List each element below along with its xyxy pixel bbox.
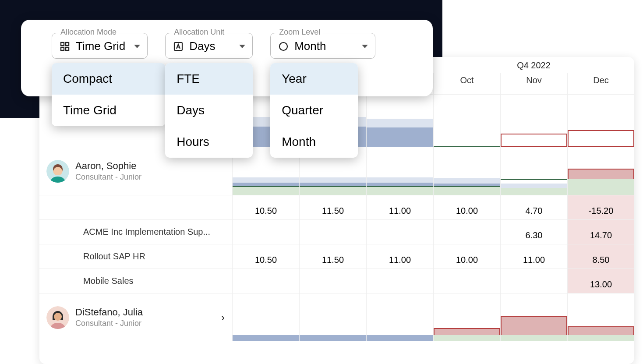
chevron-down-icon (362, 45, 368, 48)
select-value: Month (294, 39, 326, 53)
person-name: Aaron, Sophie (75, 160, 141, 172)
task-cell: 11.00 (501, 255, 567, 265)
month-col: Dec (567, 73, 634, 94)
svg-rect-5 (61, 47, 64, 50)
summary-cell: 11.50 (300, 206, 366, 216)
avatar (46, 160, 69, 183)
chevron-down-icon (239, 45, 245, 48)
summary-cell: 4.70 (501, 206, 567, 216)
svg-point-8 (279, 42, 287, 50)
task-cell: 13.00 (568, 279, 634, 290)
task-label: ACME Inc Implementation Sup... (46, 227, 210, 237)
allocation-mode-select[interactable]: Allocation Mode Time Grid Compact Time G… (52, 33, 148, 59)
dropdown-item[interactable]: Quarter (270, 95, 358, 126)
svg-rect-6 (66, 47, 69, 50)
select-legend: Zoom Level (276, 28, 323, 37)
grid-icon (58, 40, 71, 53)
summary-cell: 10.50 (233, 206, 299, 216)
dropdown-item[interactable]: Compact (52, 63, 166, 95)
dropdown-item[interactable]: Month (270, 126, 358, 158)
dropdown-item[interactable]: Year (270, 63, 358, 95)
task-row[interactable]: ACME Inc Implementation Sup... 6.30 14.7… (39, 219, 634, 244)
svg-rect-3 (61, 42, 64, 46)
task-cell: 10.00 (434, 255, 500, 265)
person-name: DiStefano, Julia (75, 307, 143, 318)
quarter-label: Q4 2022 (433, 57, 634, 73)
task-cell: 11.50 (300, 255, 366, 265)
dropdown-item[interactable]: Days (165, 95, 253, 126)
dropdown-item[interactable]: Time Grid (52, 95, 166, 126)
zoom-level-select[interactable]: Zoom Level Month Year Quarter Month (270, 33, 375, 59)
select-value: Days (189, 39, 215, 53)
task-cell: 8.50 (568, 255, 634, 265)
allocation-mode-menu: Compact Time Grid (52, 63, 166, 126)
task-cell: 6.30 (501, 230, 567, 240)
letter-a-icon (172, 40, 185, 53)
allocation-unit-select[interactable]: Allocation Unit Days FTE Days Hours (165, 33, 253, 59)
task-row[interactable]: Rollout SAP HR 10.50 11.50 11.00 10.00 1… (39, 244, 634, 269)
chevron-right-icon[interactable]: › (221, 311, 225, 324)
month-col: Oct (433, 73, 500, 94)
moon-icon (277, 40, 290, 53)
task-cell: 10.50 (233, 255, 299, 265)
dropdown-item[interactable]: Hours (165, 126, 253, 158)
resource-row[interactable]: DiStefano, Julia Consultant - Junior › (39, 293, 634, 341)
summary-cell: 11.00 (367, 206, 433, 216)
allocation-unit-menu: FTE Days Hours (165, 63, 253, 158)
task-label: Mobile Sales (46, 276, 134, 286)
zoom-level-menu: Year Quarter Month (270, 63, 358, 158)
dropdown-item[interactable]: FTE (165, 63, 253, 95)
summary-cell: -15.20 (568, 206, 634, 216)
month-col: Nov (500, 73, 567, 94)
select-legend: Allocation Unit (171, 28, 227, 37)
person-role: Consultant - Junior (75, 319, 143, 328)
task-row[interactable]: Mobile Sales 13.00 (39, 269, 634, 293)
select-legend: Allocation Mode (58, 28, 119, 37)
svg-point-2 (54, 313, 62, 321)
task-label: Rollout SAP HR (46, 251, 145, 262)
chevron-down-icon (134, 45, 140, 48)
task-cell: 11.00 (367, 255, 433, 265)
summary-row: 10.50 11.50 11.00 10.00 4.70 -15.20 (39, 195, 634, 219)
avatar (46, 306, 69, 329)
view-toolbar: Allocation Mode Time Grid Compact Time G… (21, 20, 433, 96)
person-role: Consultant - Junior (75, 173, 141, 182)
svg-rect-4 (66, 42, 69, 46)
task-cell: 14.70 (568, 230, 634, 240)
summary-cell: 10.00 (434, 206, 500, 216)
select-value: Time Grid (76, 39, 125, 53)
